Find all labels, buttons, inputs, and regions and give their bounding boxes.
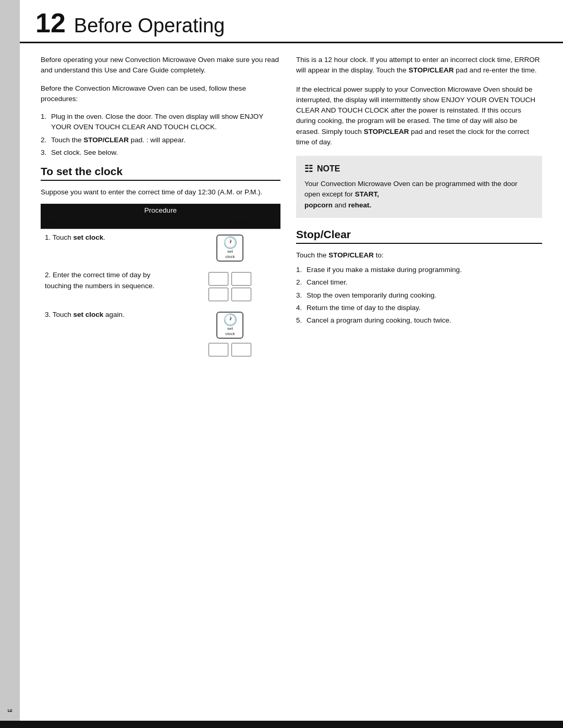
stop-clear-item-1-text: Erase if you make a mistake during progr…: [307, 265, 462, 275]
display-boxes-step3: [184, 343, 276, 356]
stop-clear-item-1: 1. Erase if you make a mistake during pr…: [296, 265, 542, 275]
display-box-5: [209, 343, 228, 356]
display-box-4: [231, 288, 251, 301]
stop-clear-intro: Touch the STOP/CLEAR to:: [296, 250, 542, 261]
clock-icon-1: 🕐: [223, 237, 237, 249]
stop-clear-section: Stop/Clear Touch the STOP/CLEAR to: 1. E…: [296, 228, 542, 326]
stop-clear-item-4-text: Return the time of day to the display.: [307, 303, 421, 313]
setup-step-2-bold: STOP/CLEAR: [83, 136, 129, 144]
stop-clear-item-4: 4. Return the time of day to the display…: [296, 303, 542, 313]
page-header: 12 Before Operating: [20, 0, 563, 43]
page-title: Before Operating: [74, 16, 225, 35]
setup-step-3: 3. Set clock. See below.: [41, 147, 280, 158]
stop-clear-item-5: 5. Cancel a program during cooking, touc…: [296, 315, 542, 326]
stop-clear-item-2-text: Cancel timer.: [307, 277, 348, 288]
display-1: 🕐 setclock: [180, 229, 280, 267]
display-box-6: [231, 343, 251, 356]
intro-para-2: Before the Convection Microwave Oven can…: [41, 83, 280, 105]
table-row-3: 3. Touch set clock again. 🕐 setclock: [41, 306, 280, 362]
note-text: Your Convection Microwave Oven can be pr…: [304, 179, 534, 211]
stop-clear-list: 1. Erase if you make a mistake during pr…: [296, 265, 542, 326]
note-icon: ☷: [304, 163, 313, 175]
set-clock-bold-2: set clock: [74, 311, 104, 318]
table-row-1: 1. Touch set clock. 🕐 setclock: [41, 229, 280, 267]
clock-section-intro: Suppose you want to enter the correct ti…: [41, 187, 280, 198]
right-interrupt-text: If the electrical power supply to your C…: [296, 84, 542, 148]
clock-button-1: 🕐 setclock: [216, 235, 243, 262]
step-2-text: 2. Enter the correct time of day by touc…: [41, 267, 180, 306]
step-1-text: 1. Touch set clock.: [41, 229, 180, 267]
right-intro-text: This is a 12 hour clock. If you attempt …: [296, 55, 542, 76]
procedure-table: Procedure Step Touch/Display 1. Touch se…: [41, 204, 280, 362]
note-title: NOTE: [317, 164, 340, 174]
stop-clear-ref-2: STOP/CLEAR: [364, 128, 409, 135]
stop-clear-heading: Stop/Clear: [296, 228, 542, 244]
display-box-2: [231, 272, 251, 286]
intro-para-1: Before operating your new Convection Mic…: [41, 55, 280, 76]
page-number: 12: [35, 9, 66, 36]
stop-clear-item-2: 2. Cancel timer.: [296, 277, 542, 288]
stop-clear-item-3-text: Stop the oven temporarily during cooking…: [307, 290, 436, 301]
col-step-header: Step: [41, 217, 180, 229]
display-box-3: [209, 288, 228, 301]
bottom-bar: [0, 721, 563, 728]
display-box-1: [209, 272, 228, 286]
left-column: Before operating your new Convection Mic…: [41, 55, 280, 370]
table-header: Procedure: [41, 204, 280, 217]
stop-clear-item-5-text: Cancel a program during cooking, touch t…: [307, 315, 451, 326]
setup-step-2-text-before: Touch the: [51, 136, 83, 144]
setup-step-2: 2. Touch the STOP/CLEAR pad. : will appe…: [41, 135, 280, 145]
set-clock-bold-1: set clock: [74, 233, 104, 241]
display-3: 🕐 setclock: [180, 306, 280, 362]
note-box: ☷ NOTE Your Convection Microwave Oven ca…: [296, 156, 542, 218]
sidebar: E: [0, 0, 20, 728]
stop-clear-bold: STOP/CLEAR: [328, 251, 374, 259]
clock-button-2: 🕐 setclock: [216, 312, 243, 339]
step-3-text: 3. Touch set clock again.: [41, 306, 180, 362]
setup-step-2-text-after: pad. : will appear.: [129, 136, 186, 144]
clock-icon-2: 🕐: [223, 314, 237, 326]
setup-steps: 1. Plug in the oven. Close the door. The…: [41, 112, 280, 158]
display-boxes-top: [184, 272, 276, 286]
col-display-header: Touch/Display: [180, 217, 280, 229]
setup-step-3-text: Set clock. See below.: [51, 147, 118, 158]
note-header: ☷ NOTE: [304, 163, 534, 175]
note-reheat-bold: reheat.: [348, 201, 371, 209]
right-column: This is a 12 hour clock. If you attempt …: [296, 55, 542, 370]
note-start-bold: START,: [355, 190, 379, 198]
display-boxes-bottom: [184, 288, 276, 301]
display-2: [180, 267, 280, 306]
sidebar-label: E: [7, 709, 13, 712]
setup-step-1-text: Plug in the oven. Close the door. The ov…: [51, 112, 280, 133]
note-popcorn-bold: popcorn: [304, 201, 333, 209]
setup-step-1: 1. Plug in the oven. Close the door. The…: [41, 112, 280, 133]
stop-clear-ref-1: STOP/CLEAR: [409, 66, 454, 74]
main-content: Before operating your new Convection Mic…: [20, 43, 563, 380]
table-row-2: 2. Enter the correct time of day by touc…: [41, 267, 280, 306]
clock-section-heading: To set the clock: [41, 165, 280, 181]
stop-clear-item-3: 3. Stop the oven temporarily during cook…: [296, 290, 542, 301]
